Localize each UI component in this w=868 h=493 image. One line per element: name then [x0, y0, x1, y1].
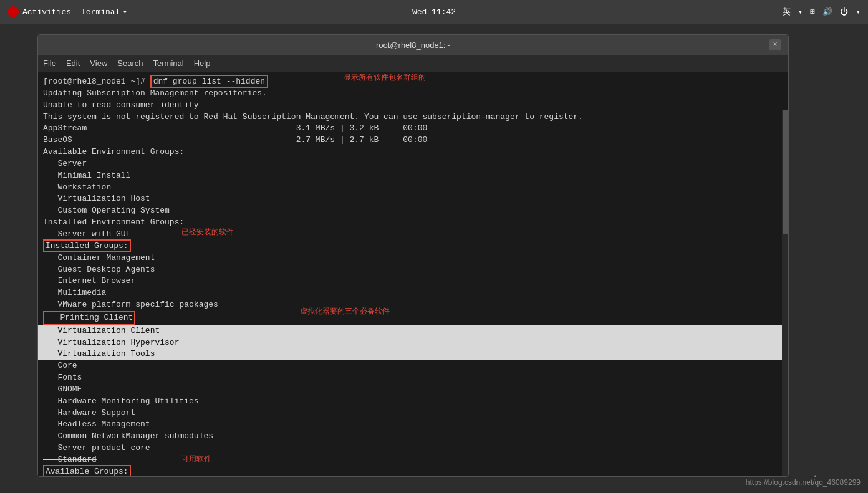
network-icon[interactable]: ⊞ — [810, 7, 815, 17]
watermark: https://blog.csdn.net/qq_46089299 — [746, 478, 861, 487]
lang-dropdown-icon: ▾ — [798, 7, 803, 17]
line-4: AppStream 3.1 MB/s | 3.2 kB 00:00 — [43, 123, 783, 135]
redhat-icon — [7, 6, 19, 17]
system-bar: Activities Terminal ▾ Wed 11:42 英 ▾ ⊞ 🔊 … — [0, 0, 868, 24]
menu-edit[interactable]: Edit — [66, 59, 80, 68]
line-server-product: Server product core — [43, 443, 783, 454]
line-networkmanager: Common NetworkManager submodules — [43, 431, 783, 443]
line-container: Container Management — [43, 252, 783, 264]
line-core: Core — [43, 360, 783, 372]
line-internet-browser: Internet Browser — [43, 275, 783, 287]
scrollbar-thumb[interactable] — [783, 110, 788, 234]
line-standard: Standard — [43, 454, 783, 466]
line-5: BaseOS 2.7 MB/s | 2.7 kB 00:00 — [43, 135, 783, 146]
line-fonts: Fonts — [43, 372, 783, 384]
system-bar-left: Activities Terminal ▾ — [7, 6, 127, 17]
language-button[interactable]: 英 — [783, 6, 791, 17]
line-custom-os: Custom Operating System — [43, 205, 783, 217]
volume-icon[interactable]: 🔊 — [822, 7, 832, 17]
terminal-dropdown-icon: ▾ — [122, 7, 127, 17]
line-hw-monitoring: Hardware Monitoring Utilities — [43, 396, 783, 408]
line-avail-env: Available Environment Groups: — [43, 146, 783, 158]
title-bar: root@rhel8_node1:~ × — [38, 35, 788, 55]
line-available-groups: Available Groups: — [43, 466, 783, 476]
line-guest-desktop: Guest Desktop Agents — [43, 264, 783, 276]
menu-terminal[interactable]: Terminal — [153, 59, 184, 68]
line-minimal: Minimal Install — [43, 170, 783, 182]
space — [145, 77, 150, 86]
system-bar-right: 英 ▾ ⊞ 🔊 ⏻ ▾ — [783, 6, 861, 17]
datetime-display: Wed 11:42 — [412, 7, 456, 17]
line-hw-support: Hardware Support — [43, 408, 783, 419]
line-2: Unable to read consumer identity — [43, 100, 783, 112]
terminal-menu[interactable]: Terminal ▾ — [81, 7, 127, 17]
close-button[interactable]: × — [769, 39, 781, 50]
line-multimedia: Multimedia — [43, 287, 783, 299]
power-icon[interactable]: ⏻ — [840, 7, 848, 17]
line-printing: Printing Client — [43, 311, 783, 325]
menu-file[interactable]: File — [43, 59, 56, 68]
line-gnome: GNOME — [43, 384, 783, 396]
scrollbar[interactable] — [782, 110, 788, 476]
line-server-gui: Server with GUI — [43, 229, 783, 241]
menu-view[interactable]: View — [90, 59, 107, 68]
line-3: This system is not registered to Red Hat… — [43, 112, 783, 123]
printing-box: Printing Client — [43, 311, 135, 325]
line-virt-hypervisor: Virtualization Hypervisor — [38, 337, 788, 349]
window-title: root@rhel8_node1:~ — [376, 41, 450, 50]
line-1: Updating Subscription Management reposit… — [43, 88, 783, 100]
terminal-window: root@rhel8_node1:~ × File Edit View Sear… — [37, 34, 789, 477]
prompt: [root@rhel8_node1 ~]# — [43, 77, 145, 86]
installed-groups-box: Installed Groups: — [43, 239, 131, 252]
terminal-label: Terminal — [81, 7, 120, 17]
line-workstation: Workstation — [43, 182, 783, 194]
line-virt-host: Virtualization Host — [43, 193, 783, 205]
line-virt-client: Virtualization Client — [38, 325, 788, 337]
menu-help[interactable]: Help — [194, 59, 211, 68]
menu-bar: File Edit View Search Terminal Help — [38, 55, 788, 72]
power-dropdown-icon: ▾ — [856, 7, 861, 17]
activities-label: Activities — [22, 7, 71, 17]
line-server: Server — [43, 158, 783, 170]
terminal-content[interactable]: [root@rhel8_node1 ~]# dnf group list --h… — [38, 72, 788, 476]
available-groups-box: Available Groups: — [43, 465, 131, 476]
line-installed-env: Installed Environment Groups: — [43, 217, 783, 229]
line-installed-groups: Installed Groups: — [43, 241, 783, 252]
strikethrough-text: Server with GUI — [43, 229, 130, 239]
line-headless: Headless Management — [43, 419, 783, 431]
command-highlight: dnf group list --hidden — [150, 75, 268, 88]
prompt-line: [root@rhel8_node1 ~]# dnf group list --h… — [43, 76, 783, 88]
line-virt-tools: Virtualization Tools — [38, 348, 788, 360]
activities-button[interactable]: Activities — [7, 6, 71, 17]
line-vmware: VMware platform specific packages — [43, 299, 783, 311]
menu-search[interactable]: Search — [117, 59, 143, 68]
